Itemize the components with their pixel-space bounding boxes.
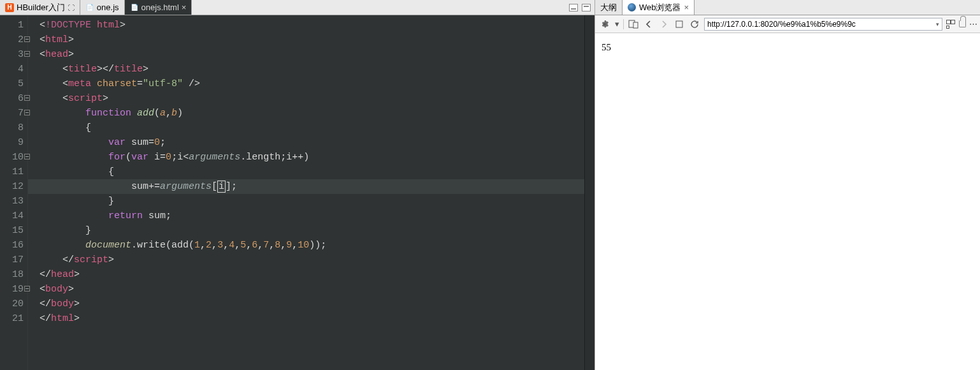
code-line[interactable]: </body> bbox=[40, 297, 584, 311]
line-number: 7 bbox=[0, 106, 24, 121]
line-number: 3 bbox=[0, 47, 24, 62]
code-line[interactable]: { bbox=[40, 121, 584, 135]
editor-window-controls bbox=[569, 0, 594, 15]
pin-icon: ⛶ bbox=[68, 4, 75, 11]
right-tabbar: 大纲 Web浏览器 × bbox=[595, 0, 980, 15]
line-number: 16 bbox=[0, 238, 24, 253]
line-number-gutter: 123456789101112131415161718192021 bbox=[0, 15, 28, 370]
line-number: 12 bbox=[0, 179, 24, 194]
lock-icon[interactable] bbox=[959, 20, 966, 27]
code-line[interactable]: <meta charset="utf-8" /> bbox=[40, 77, 584, 91]
code-line[interactable]: sum+=arguments[i]; bbox=[28, 179, 584, 194]
code-line[interactable]: <!DOCTYPE html> bbox=[40, 18, 584, 33]
tab-outline[interactable]: 大纲 bbox=[595, 0, 623, 15]
editor-tabbar: H HBuilder入门 ⛶ 📄 one.js 📄 onejs.html × bbox=[0, 0, 594, 15]
code-line[interactable]: } bbox=[40, 194, 584, 209]
line-number: 1 bbox=[0, 18, 24, 33]
editor-tab-hbuilder[interactable]: H HBuilder入门 ⛶ bbox=[0, 0, 80, 15]
toolbar-separator bbox=[623, 19, 624, 29]
code-area[interactable]: <!DOCTYPE html><html><head> <title></tit… bbox=[28, 15, 584, 370]
code-line[interactable]: <head> bbox=[40, 47, 584, 62]
editor-body[interactable]: 123456789101112131415161718192021 <!DOCT… bbox=[0, 15, 594, 370]
code-line[interactable]: } bbox=[40, 223, 584, 238]
code-line[interactable]: <script> bbox=[40, 91, 584, 106]
stop-button[interactable] bbox=[674, 18, 685, 30]
js-file-icon: 📄 bbox=[85, 3, 94, 12]
code-line[interactable]: return sum; bbox=[40, 209, 584, 223]
browser-viewport: 55 bbox=[595, 33, 980, 370]
settings-gear-icon[interactable] bbox=[599, 18, 610, 30]
svg-rect-2 bbox=[676, 21, 682, 27]
code-line[interactable]: <title></title> bbox=[40, 62, 584, 77]
tab-label: 大纲 bbox=[600, 2, 617, 13]
browser-toolbar: ▾ ▾ ⋯ bbox=[595, 15, 980, 33]
hbuilder-icon: H bbox=[5, 3, 14, 12]
editor-tab-label: onejs.html bbox=[141, 3, 179, 12]
code-line[interactable]: for(var i=0;i<arguments.length;i++) bbox=[40, 150, 584, 165]
maximize-icon[interactable] bbox=[582, 4, 591, 11]
editor-tab-onejs-html[interactable]: 📄 onejs.html × bbox=[125, 0, 192, 15]
url-bar[interactable]: ▾ bbox=[704, 18, 942, 31]
line-number: 14 bbox=[0, 209, 24, 223]
code-line[interactable]: </head> bbox=[40, 267, 584, 282]
line-number: 11 bbox=[0, 165, 24, 179]
line-number: 8 bbox=[0, 121, 24, 135]
code-line[interactable]: </script> bbox=[40, 253, 584, 267]
code-line[interactable]: <body> bbox=[40, 282, 584, 297]
line-number: 18 bbox=[0, 267, 24, 282]
line-number: 4 bbox=[0, 62, 24, 77]
device-preview-icon[interactable] bbox=[628, 18, 639, 30]
close-icon[interactable]: × bbox=[684, 3, 689, 12]
line-number: 5 bbox=[0, 77, 24, 91]
code-line[interactable]: document.write(add(1,2,3,4,5,6,7,8,9,10)… bbox=[40, 238, 584, 253]
code-line[interactable]: <html> bbox=[40, 33, 584, 47]
minimize-icon[interactable] bbox=[569, 4, 578, 11]
editor-tab-label: HBuilder入门 bbox=[17, 2, 65, 13]
tabbar-spacer bbox=[695, 0, 980, 15]
qr-code-icon[interactable] bbox=[946, 20, 955, 29]
right-pane: 大纲 Web浏览器 × ▾ bbox=[595, 0, 980, 370]
editor-tab-label: one.js bbox=[97, 3, 119, 12]
forward-button[interactable] bbox=[658, 18, 670, 30]
globe-icon bbox=[628, 3, 636, 11]
line-number: 6 bbox=[0, 91, 24, 106]
line-number: 10 bbox=[0, 150, 24, 165]
line-number: 2 bbox=[0, 33, 24, 47]
line-number: 13 bbox=[0, 194, 24, 209]
close-icon[interactable]: × bbox=[182, 3, 187, 12]
editor-pane: H HBuilder入门 ⛶ 📄 one.js 📄 onejs.html × 1… bbox=[0, 0, 595, 370]
html-file-icon: 📄 bbox=[130, 3, 139, 12]
line-number: 9 bbox=[0, 135, 24, 150]
vertical-scrollbar[interactable] bbox=[584, 15, 594, 370]
tab-label: Web浏览器 bbox=[639, 2, 681, 13]
dropdown-caret-icon[interactable]: ▾ bbox=[614, 18, 619, 30]
refresh-button[interactable] bbox=[689, 18, 700, 30]
editor-tab-onejs[interactable]: 📄 one.js bbox=[80, 0, 125, 15]
tab-web-browser[interactable]: Web浏览器 × bbox=[623, 0, 695, 15]
svg-rect-1 bbox=[633, 22, 638, 28]
line-number: 21 bbox=[0, 311, 24, 326]
line-number: 20 bbox=[0, 297, 24, 311]
url-input[interactable] bbox=[707, 20, 933, 29]
code-line[interactable]: function add(a,b) bbox=[40, 106, 584, 121]
code-line[interactable]: </html> bbox=[40, 311, 584, 326]
url-dropdown-icon[interactable]: ▾ bbox=[933, 21, 939, 27]
app-root: H HBuilder入门 ⛶ 📄 one.js 📄 onejs.html × 1… bbox=[0, 0, 980, 370]
code-line[interactable]: { bbox=[40, 165, 584, 179]
line-number: 15 bbox=[0, 223, 24, 238]
toolbar-right: ⋯ bbox=[946, 18, 976, 30]
line-number: 17 bbox=[0, 253, 24, 267]
code-line[interactable]: var sum=0; bbox=[40, 135, 584, 150]
line-number: 19 bbox=[0, 282, 24, 297]
more-icon[interactable]: ⋯ bbox=[970, 18, 976, 30]
page-output: 55 bbox=[602, 42, 611, 52]
back-button[interactable] bbox=[643, 18, 654, 30]
tabbar-spacer bbox=[192, 0, 569, 15]
